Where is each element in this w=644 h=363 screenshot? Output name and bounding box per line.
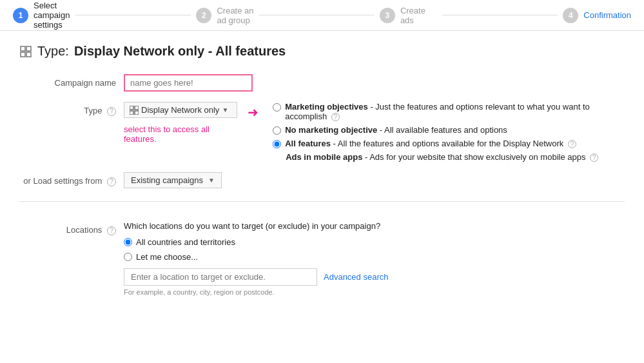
campaign-name-row: Campaign name	[19, 74, 625, 92]
existing-campaigns-label: Existing campaigns	[131, 175, 203, 185]
step-1-circle: 1	[13, 8, 28, 23]
svg-rect-4	[130, 106, 133, 110]
locations-help-icon[interactable]: ?	[107, 226, 116, 235]
page-title-main: Display Network only - All features	[74, 44, 286, 59]
type-label: Type ?	[19, 102, 116, 116]
step-4[interactable]: 4 Confirmation	[563, 8, 631, 23]
step-1: 1 Select campaign settings	[13, 1, 70, 30]
radio-all-features[interactable]	[273, 140, 281, 148]
step-4-circle: 4	[563, 8, 578, 23]
select-hint: select this to access all features.	[124, 121, 237, 144]
svg-rect-7	[135, 111, 139, 115]
step-2-label: Create an ad group	[217, 6, 253, 25]
or-load-label: or Load settings from ?	[19, 172, 116, 186]
or-load-row: or Load settings from ? Existing campaig…	[19, 172, 625, 188]
radio-all-features-label: All features - All the features and opti…	[285, 139, 576, 148]
mobile-apps-text: Ads in mobile apps - Ads for your websit…	[286, 152, 598, 162]
radio-options: Marketing objectives - Just the features…	[273, 102, 625, 162]
mobile-apps-option: Ads in mobile apps - Ads for your websit…	[273, 152, 625, 162]
radio-marketing-objectives-label: Marketing objectives - Just the features…	[285, 102, 625, 121]
all-features-help[interactable]: ?	[568, 140, 576, 148]
step-connector-1	[75, 15, 191, 15]
stepper: 1 Select campaign settings 2 Create an a…	[0, 0, 644, 31]
locations-label: Locations ?	[19, 221, 116, 235]
loc-all-countries-label: All countries and territories	[136, 237, 235, 247]
step-4-label: Confirmation	[583, 10, 631, 20]
page-title-row: Type: Display Network only - All feature…	[19, 44, 625, 59]
main-content: Type: Display Network only - All feature…	[0, 31, 644, 326]
step-2-circle: 2	[196, 8, 211, 23]
step-3: 3 Create ads	[380, 6, 437, 25]
svg-rect-1	[26, 46, 31, 51]
loc-radio-choose: Let me choose...	[124, 252, 388, 262]
display-network-icon	[130, 106, 139, 115]
radio-no-marketing[interactable]	[273, 126, 281, 135]
step-3-circle: 3	[380, 8, 395, 23]
loc-all-countries-radio[interactable]	[124, 238, 132, 246]
campaign-name-input[interactable]	[124, 74, 253, 92]
svg-rect-2	[21, 52, 25, 57]
page-title-prefix: Type:	[37, 44, 69, 59]
radio-option-3: All features - All the features and opti…	[273, 139, 625, 148]
radio-no-marketing-label: No marketing objective - All available f…	[285, 125, 507, 135]
type-dropdown-label: Display Network only	[141, 105, 219, 115]
svg-rect-6	[130, 111, 133, 115]
advanced-search-link[interactable]: Advanced search	[324, 272, 388, 282]
svg-rect-3	[26, 52, 31, 57]
radio-marketing-objectives[interactable]	[273, 103, 281, 112]
mobile-apps-help[interactable]: ?	[590, 153, 598, 162]
campaign-name-label: Campaign name	[19, 74, 116, 88]
locations-question: Which locations do you want to target (o…	[124, 221, 388, 231]
arrow-right-icon: ➜	[248, 104, 259, 120]
loc-let-me-choose-label: Let me choose...	[136, 252, 198, 262]
loc-let-me-choose-radio[interactable]	[124, 253, 132, 261]
step-connector-3	[442, 15, 558, 15]
marketing-objectives-help[interactable]: ?	[331, 113, 340, 121]
type-help-icon[interactable]: ?	[107, 107, 116, 116]
locations-section: Locations ? Which locations do you want …	[19, 215, 625, 313]
svg-rect-0	[21, 46, 25, 51]
loc-radio-all: All countries and territories	[124, 237, 388, 247]
radio-option-2: No marketing objective - All available f…	[273, 125, 625, 135]
select-hint-text: select this to access all features.	[124, 124, 237, 144]
section-divider	[19, 201, 625, 202]
existing-dropdown-arrow: ▼	[208, 177, 215, 184]
step-2: 2 Create an ad group	[196, 6, 253, 25]
svg-rect-5	[135, 106, 139, 110]
location-example-text: For example, a country, city, region or …	[124, 288, 388, 296]
or-load-help-icon[interactable]: ?	[107, 177, 116, 186]
locations-radio-group: All countries and territories Let me cho…	[124, 237, 388, 262]
type-dropdown-arrow: ▼	[222, 106, 228, 113]
radio-option-1: Marketing objectives - Just the features…	[273, 102, 625, 121]
step-connector-2	[259, 15, 375, 15]
type-row: Type ? Display	[19, 102, 625, 162]
locations-row: Locations ? Which locations do you want …	[19, 221, 625, 296]
locations-content: Which locations do you want to target (o…	[124, 221, 388, 296]
existing-campaigns-dropdown[interactable]: Existing campaigns ▼	[124, 172, 222, 188]
step-3-label: Create ads	[400, 6, 437, 25]
location-input-row: Advanced search	[124, 268, 388, 286]
step-1-label: Select campaign settings	[34, 1, 70, 30]
type-dropdown[interactable]: Display Network only ▼	[124, 102, 237, 118]
location-search-input[interactable]	[124, 268, 317, 286]
grid-icon	[19, 45, 32, 58]
